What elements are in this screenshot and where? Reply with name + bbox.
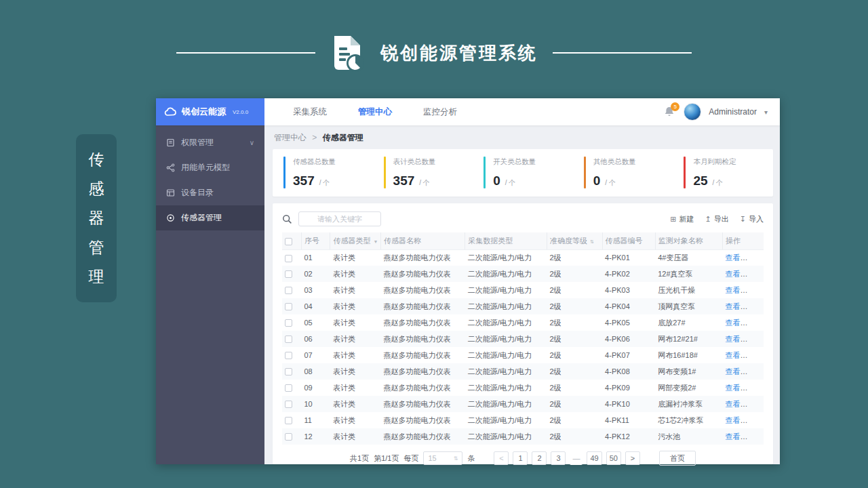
- page-number-button[interactable]: 49: [587, 451, 601, 465]
- new-button[interactable]: ⊞ 新建: [670, 214, 694, 224]
- delete-link[interactable]: 删除: [747, 351, 762, 359]
- row-checkbox[interactable]: [285, 417, 292, 424]
- view-link[interactable]: 查看: [726, 351, 741, 359]
- sidebar-item-permissions[interactable]: 权限管理 ∨: [156, 130, 264, 155]
- row-checkbox[interactable]: [285, 433, 292, 441]
- sidebar-item-label: 用能单元模型: [181, 162, 230, 174]
- view-link[interactable]: 查看: [726, 400, 741, 408]
- row-checkbox[interactable]: [285, 255, 292, 262]
- side-label-char: 理: [89, 266, 104, 287]
- table-row: 12 表计类 燕赵多功能电力仪表 二次能源/电力/电力 2级 4-PK12 污水…: [282, 428, 764, 445]
- page-banner: 锐创能源管理系统: [0, 26, 868, 80]
- delete-link[interactable]: 删除: [747, 270, 762, 278]
- cell-accuracy: 2级: [547, 314, 602, 331]
- import-button[interactable]: ↧ 导入: [740, 214, 764, 224]
- page-number-button[interactable]: 1: [513, 451, 528, 465]
- sidebar-item-energy-unit-model[interactable]: 用能单元模型: [156, 155, 264, 180]
- sensor-table: 序号 传感器类型▼ 传感器名称 采集数据类型 准确度等级⇅ 传感器编号 监测对象…: [282, 232, 764, 445]
- pagination-summary: 共1页 第1/1页 每页 15 ⇅ 条: [350, 451, 475, 465]
- sidebar-item-device-catalog[interactable]: 设备目录: [156, 180, 264, 205]
- delete-link[interactable]: 删除: [747, 432, 762, 441]
- row-checkbox[interactable]: [285, 287, 292, 294]
- row-checkbox[interactable]: [285, 384, 292, 392]
- next-page-button[interactable]: >: [625, 451, 640, 465]
- breadcrumb: 管理中心 > 传感器管理: [274, 132, 773, 144]
- view-link[interactable]: 查看: [726, 384, 741, 392]
- notification-bell-icon[interactable]: 5: [664, 106, 676, 118]
- view-link[interactable]: 查看: [726, 270, 741, 278]
- delete-link[interactable]: 删除: [747, 384, 762, 392]
- catalog-icon: [166, 188, 175, 197]
- delete-link[interactable]: 删除: [747, 319, 762, 327]
- view-link[interactable]: 查看: [726, 335, 741, 343]
- user-name[interactable]: Administrator: [709, 107, 757, 117]
- per-page-input[interactable]: 15 ⇅: [423, 451, 462, 465]
- cell-data-type: 二次能源/电力/电力: [465, 347, 547, 363]
- delete-link[interactable]: 删除: [747, 335, 762, 343]
- filter-icon[interactable]: ▼: [373, 239, 378, 244]
- user-avatar[interactable]: [684, 103, 701, 121]
- first-page-button[interactable]: 首页: [659, 451, 696, 466]
- tab-management-center[interactable]: 管理中心: [358, 106, 392, 118]
- export-button[interactable]: ↥ 导出: [705, 214, 729, 224]
- cell-accuracy: 2级: [547, 363, 602, 380]
- select-all-checkbox[interactable]: [285, 238, 292, 245]
- banner-line-left: [176, 52, 315, 54]
- notification-badge: 5: [671, 102, 679, 111]
- row-checkbox[interactable]: [285, 401, 292, 408]
- stepper-icon[interactable]: ⇅: [454, 455, 458, 462]
- breadcrumb-parent[interactable]: 管理中心: [274, 133, 307, 142]
- view-link[interactable]: 查看: [726, 319, 741, 327]
- cell-target-name: 网布16#18#: [655, 347, 722, 363]
- delete-link[interactable]: 删除: [747, 416, 762, 424]
- row-checkbox[interactable]: [285, 368, 292, 375]
- cell-sensor-code: 4-PK01: [602, 249, 655, 266]
- delete-link[interactable]: 删除: [747, 253, 762, 262]
- topbar-right: 5 Administrator ▾: [664, 98, 780, 125]
- search-input[interactable]: [298, 211, 381, 226]
- cell-sensor-type: 表计类: [330, 266, 381, 282]
- view-link[interactable]: 查看: [726, 367, 741, 375]
- prev-page-button[interactable]: <: [494, 451, 509, 465]
- view-link[interactable]: 查看: [726, 416, 741, 424]
- view-link[interactable]: 查看: [726, 286, 741, 294]
- delete-link[interactable]: 删除: [747, 286, 762, 294]
- delete-link[interactable]: 删除: [747, 400, 762, 408]
- cell-accuracy: 2级: [547, 380, 602, 396]
- stats-card-row: 传感器总数量 357/ 个 表计类总数量 357/ 个 开关类总数量 0/ 个 …: [273, 149, 773, 197]
- row-checkbox[interactable]: [285, 303, 292, 310]
- delete-link[interactable]: 删除: [747, 302, 762, 310]
- page-number-button[interactable]: 2: [532, 451, 547, 465]
- page-number-button[interactable]: —: [570, 451, 583, 465]
- brand-version: V2.0.0: [233, 109, 248, 115]
- page-number-button[interactable]: 50: [606, 451, 621, 465]
- table-row: 10 表计类 燕赵多功能电力仪表 二次能源/电力/电力 2级 4-PK10 底漏…: [282, 396, 764, 412]
- tab-monitoring-analysis[interactable]: 监控分析: [423, 106, 457, 118]
- cell-sensor-name: 燕赵多功能电力仪表: [381, 249, 465, 266]
- cell-data-type: 二次能源/电力/电力: [465, 298, 547, 314]
- cell-accuracy: 2级: [547, 331, 602, 347]
- cell-no: 01: [301, 249, 330, 266]
- col-target-name: 监测对象名称: [655, 232, 722, 249]
- view-link[interactable]: 查看: [726, 432, 741, 441]
- row-checkbox[interactable]: [285, 352, 292, 359]
- stat-due-verification: 本月到期检定 25/ 个: [673, 157, 773, 188]
- delete-link[interactable]: 删除: [747, 367, 762, 375]
- export-icon: ↥: [705, 215, 711, 224]
- table-row: 11 表计类 燕赵多功能电力仪表 二次能源/电力/电力 2级 4-PK11 芯1…: [282, 412, 764, 428]
- row-checkbox[interactable]: [285, 319, 292, 327]
- table-header-row: 序号 传感器类型▼ 传感器名称 采集数据类型 准确度等级⇅ 传感器编号 监测对象…: [282, 232, 764, 249]
- view-link[interactable]: 查看: [726, 302, 741, 310]
- cell-sensor-type: 表计类: [330, 249, 381, 266]
- tab-collection-system[interactable]: 采集系统: [293, 106, 327, 118]
- sort-icon[interactable]: ⇅: [590, 239, 594, 244]
- search-icon[interactable]: [282, 214, 292, 224]
- page-number-button[interactable]: 3: [551, 451, 566, 465]
- permission-icon: [166, 138, 175, 147]
- view-link[interactable]: 查看: [726, 253, 741, 262]
- toolbar-actions: ⊞ 新建 ↥ 导出 ↧ 导入: [670, 214, 764, 224]
- row-checkbox[interactable]: [285, 336, 292, 343]
- cell-data-type: 二次能源/电力/电力: [465, 266, 547, 282]
- row-checkbox[interactable]: [285, 270, 292, 278]
- sidebar-item-sensor-management[interactable]: 传感器管理: [156, 205, 264, 230]
